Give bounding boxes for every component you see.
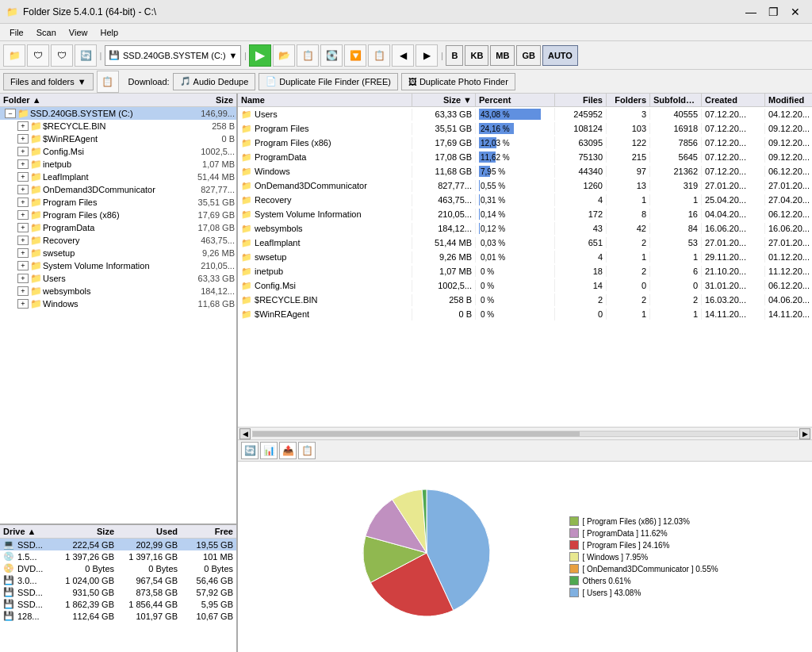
folder-open-btn[interactable]: 📂	[273, 44, 295, 67]
col-header-folders[interactable]: Folders	[607, 94, 650, 106]
scroll-track[interactable]	[252, 431, 798, 437]
scroll-thumb[interactable]	[253, 431, 580, 436]
col-header-size[interactable]: Size ▼	[412, 94, 476, 106]
file-row[interactable]: 📁 swsetup 9,26 MB 0,01 % 4 1 1 29.11.20.…	[238, 250, 812, 264]
photo-finder-btn[interactable]: 🖼 Duplicate Photo Finder	[401, 73, 515, 90]
maximize-button[interactable]: ❐	[763, 4, 783, 20]
tree-expand-btn[interactable]: +	[17, 159, 29, 169]
shield-btn[interactable]: 🛡	[51, 44, 73, 67]
mode-auto[interactable]: AUTO	[542, 45, 578, 66]
drive-row[interactable]: 💾 3.0... 1 024,00 GB 967,54 GB 56,46 GB	[0, 574, 236, 586]
drive-panel[interactable]: Drive ▲ Size Used Free 💻 SSD... 222,54 G…	[0, 525, 236, 652]
disk-btn[interactable]: 💽	[320, 44, 343, 67]
chart-copy-btn[interactable]: 📋	[298, 442, 316, 459]
tree-row[interactable]: + 📁 LeafImplant 51,44 MB	[0, 171, 236, 183]
file-row[interactable]: 📁 inetpub 1,07 MB 0 % 18 2 6 21.10.20...…	[238, 264, 812, 278]
file-row[interactable]: 📁 $RECYCLE.BIN 258 B 0 % 2 2 2 16.03.20.…	[238, 293, 812, 307]
files-folders-dropdown[interactable]: Files and folders ▼	[3, 73, 94, 90]
tree-col-size[interactable]: Size	[178, 95, 233, 105]
tree-row[interactable]: + 📁 swsetup 9,26 MB	[0, 247, 236, 259]
file-row[interactable]: 📁 Program Files 35,51 GB 24,16 % 108124 …	[238, 121, 812, 136]
menu-scan[interactable]: Scan	[30, 26, 63, 39]
tree-row[interactable]: + 📁 Config.Msi 1002,5...	[0, 145, 236, 158]
tree-expand-btn[interactable]: +	[17, 172, 29, 182]
drive-row[interactable]: 💾 SSD... 931,50 GB 873,58 GB 57,92 GB	[0, 586, 236, 598]
col-header-percent[interactable]: Percent	[476, 94, 555, 106]
tree-row[interactable]: − 📁 SSD.240GB.SYSTEM (C:) 146,99...	[0, 107, 236, 120]
files-btn[interactable]: 📁	[3, 44, 25, 67]
drive-row[interactable]: 💾 128... 112,64 GB 101,97 GB 10,67 GB	[0, 610, 236, 622]
nav-btn1[interactable]: 📋	[368, 44, 390, 67]
mode-gb[interactable]: GB	[516, 45, 541, 66]
tree-expand-btn[interactable]: +	[17, 299, 29, 309]
file-row[interactable]: 📁 Program Files (x86) 17,69 GB 12,03 % 6…	[238, 136, 812, 150]
scroll-left-btn[interactable]: ◀	[239, 428, 251, 439]
tree-expand-btn[interactable]: +	[17, 248, 29, 258]
chart-refresh-btn[interactable]: 🔄	[241, 442, 259, 459]
tree-row[interactable]: + 📁 Program Files 35,51 GB	[0, 196, 236, 209]
file-row[interactable]: 📁 ProgramData 17,08 GB 11,62 % 75130 215…	[238, 150, 812, 164]
drive-row[interactable]: 💿 1.5... 1 397,26 GB 1 397,16 GB 101 MB	[0, 550, 236, 562]
tree-row[interactable]: + 📁 ProgramData 17,08 GB	[0, 221, 236, 234]
filter-btn[interactable]: 🔽	[344, 44, 366, 67]
file-row[interactable]: 📁 Recovery 463,75... 0,31 % 4 1 1 25.04.…	[238, 193, 812, 207]
col-header-modified[interactable]: Modified	[765, 94, 812, 106]
tree-row[interactable]: + 📁 websymbols 184,12...	[0, 285, 236, 297]
file-row[interactable]: 📁 System Volume Information 210,05... 0,…	[238, 207, 812, 221]
nav-back[interactable]: ◀	[392, 44, 414, 67]
quickbar-btn1[interactable]: 📋	[97, 71, 119, 93]
tree-row[interactable]: + 📁 $WinREAgent 0 B	[0, 132, 236, 145]
file-row[interactable]: 📁 OnDemand3DCommunicator 827,77... 0,55 …	[238, 178, 812, 193]
col-header-created[interactable]: Created	[702, 94, 765, 106]
tree-expand-btn[interactable]: +	[17, 198, 29, 207]
folder-tree[interactable]: Folder ▲ Size − 📁 SSD.240GB.SYSTEM (C:) …	[0, 94, 236, 525]
nav-forward[interactable]: ▶	[416, 44, 438, 67]
menu-help[interactable]: Help	[94, 26, 124, 39]
tree-row[interactable]: + 📁 Recovery 463,75...	[0, 234, 236, 247]
tree-row[interactable]: + 📁 System Volume Information 210,05...	[0, 259, 236, 272]
tree-expand-btn[interactable]: +	[17, 121, 29, 131]
tree-row[interactable]: + 📁 OnDemand3DCommunicator 827,77...	[0, 183, 236, 196]
menu-view[interactable]: View	[63, 26, 94, 39]
file-row[interactable]: 📁 Users 63,33 GB 43,08 % 245952 3 40555 …	[238, 107, 812, 121]
tree-row[interactable]: + 📁 Windows 11,68 GB	[0, 297, 236, 310]
file-row[interactable]: 📁 Windows 11,68 GB 7,95 % 44340 97 21362…	[238, 164, 812, 178]
chart-bar-btn[interactable]: 📊	[260, 442, 278, 459]
tree-expand-btn[interactable]: +	[17, 147, 29, 156]
tree-expand-btn[interactable]: −	[5, 109, 16, 118]
col-header-files[interactable]: Files	[555, 94, 607, 106]
mode-b[interactable]: B	[446, 45, 463, 66]
mode-mb[interactable]: MB	[490, 45, 515, 66]
tree-expand-btn[interactable]: +	[17, 223, 29, 232]
scan-play-button[interactable]: ▶	[249, 44, 271, 67]
drive-col-free[interactable]: Free	[178, 527, 233, 536]
file-row[interactable]: 📁 $WinREAgent 0 B 0 % 0 1 1 14.11.20... …	[238, 307, 812, 321]
settings-btn[interactable]: 🛡	[27, 44, 49, 67]
tree-expand-btn[interactable]: +	[17, 261, 29, 270]
tree-expand-btn[interactable]: +	[17, 134, 29, 144]
tree-col-folder[interactable]: Folder ▲	[3, 95, 178, 105]
drive-row[interactable]: 💻 SSD... 222,54 GB 202,99 GB 19,55 GB	[0, 539, 236, 550]
tree-expand-btn[interactable]: +	[17, 210, 29, 220]
minimize-button[interactable]: —	[741, 4, 761, 20]
drive-col-drive[interactable]: Drive ▲	[3, 527, 51, 536]
duplicate-finder-btn[interactable]: 📄 Duplicate File Finder (FREE)	[259, 73, 398, 90]
tree-row[interactable]: + 📁 $RECYCLE.BIN 258 B	[0, 120, 236, 132]
file-row[interactable]: 📁 LeafImplant 51,44 MB 0,03 % 651 2 53 2…	[238, 236, 812, 250]
tree-expand-btn[interactable]: +	[17, 274, 29, 283]
export-btn[interactable]: 📋	[297, 44, 319, 67]
file-row[interactable]: 📁 websymbols 184,12... 0,12 % 43 42 84 1…	[238, 221, 812, 236]
chart-export-btn[interactable]: 📤	[279, 442, 297, 459]
col-header-name[interactable]: Name	[238, 94, 412, 106]
close-button[interactable]: ✕	[785, 4, 806, 20]
mode-kb[interactable]: KB	[465, 45, 488, 66]
tree-row[interactable]: + 📁 Users 63,33 GB	[0, 272, 236, 285]
tree-row[interactable]: + 📁 Program Files (x86) 17,69 GB	[0, 209, 236, 221]
audio-dedupe-btn[interactable]: 🎵 Audio Dedupe	[173, 73, 256, 90]
refresh-btn[interactable]: 🔄	[75, 44, 97, 67]
drive-row[interactable]: 📀 DVD... 0 Bytes 0 Bytes 0 Bytes	[0, 562, 236, 574]
tree-expand-btn[interactable]: +	[17, 236, 29, 245]
drive-col-size[interactable]: Size	[51, 527, 114, 536]
horizontal-scrollbar[interactable]: ◀ ▶	[238, 427, 812, 439]
drive-col-used[interactable]: Used	[114, 527, 178, 536]
